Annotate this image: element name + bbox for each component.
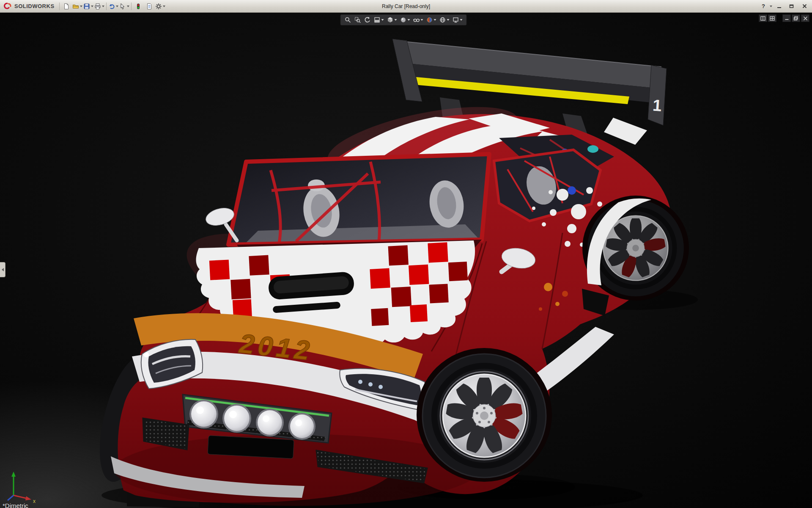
restore-icon xyxy=(789,4,794,8)
rear-right-wheel[interactable] xyxy=(582,196,689,301)
rally-car-model[interactable]: 1 xyxy=(0,13,812,508)
display-style-icon xyxy=(400,17,407,23)
doc-restore-button[interactable] xyxy=(792,14,800,22)
open-folder-icon xyxy=(72,3,79,10)
x-axis-arrow xyxy=(14,495,31,500)
x-axis-label: x xyxy=(33,498,36,504)
solidworks-window: SOLIDWORKS xyxy=(0,0,812,508)
zoom-to-fit-icon xyxy=(345,17,351,23)
document-window-controls xyxy=(759,14,809,22)
tile-view-button[interactable] xyxy=(768,14,776,22)
edit-appearance-dropdown-arrow[interactable] xyxy=(434,19,436,21)
apply-scene-globe-icon xyxy=(439,17,446,23)
y-axis-arrow xyxy=(11,472,16,495)
hide-show-glasses-icon xyxy=(413,17,420,23)
doc-close-button[interactable] xyxy=(801,14,809,22)
undo-icon xyxy=(108,3,115,10)
zoom-to-fit-button[interactable] xyxy=(343,16,353,24)
undo-button[interactable] xyxy=(108,1,119,11)
collapse-arrow-icon xyxy=(2,268,4,271)
minimize-button[interactable] xyxy=(773,2,785,11)
view-settings-icon xyxy=(453,17,459,23)
save-icon xyxy=(83,3,90,10)
display-style-button[interactable] xyxy=(399,16,411,24)
help-button[interactable]: ? xyxy=(759,2,768,11)
file-properties-button[interactable] xyxy=(144,1,155,11)
antenna-detail xyxy=(587,145,598,153)
save-button[interactable] xyxy=(83,1,94,11)
zoom-to-area-icon xyxy=(354,17,361,23)
view-settings-dropdown-arrow[interactable] xyxy=(460,19,463,21)
z-axis-arrow xyxy=(8,495,14,500)
edit-appearance-button[interactable] xyxy=(425,16,438,24)
close-icon xyxy=(802,4,807,8)
solidworks-logo: SOLIDWORKS xyxy=(2,2,58,11)
hide-show-items-button[interactable] xyxy=(412,16,425,24)
rebuild-button[interactable] xyxy=(133,1,144,11)
doc-restore-icon xyxy=(793,16,798,21)
options-button[interactable] xyxy=(155,1,166,11)
tile-view-icon xyxy=(770,16,775,21)
toolbar-separator xyxy=(131,3,132,10)
window-title: Rally Car [Read-only] xyxy=(382,3,430,9)
panel-flyout-arrow[interactable] xyxy=(0,262,5,277)
doc-minimize-button[interactable] xyxy=(782,14,791,22)
view-orientation-dropdown-arrow[interactable] xyxy=(395,19,397,21)
brand-text: SOLIDWORKS xyxy=(14,3,55,9)
open-button[interactable] xyxy=(72,1,83,11)
hide-show-dropdown-arrow[interactable] xyxy=(421,19,423,21)
wing-number: 1 xyxy=(652,96,662,114)
doc-close-icon xyxy=(803,16,808,21)
new-document-icon xyxy=(63,3,70,10)
previous-view-button[interactable] xyxy=(363,16,372,24)
minimize-icon xyxy=(777,4,782,8)
section-view-button[interactable] xyxy=(373,16,385,24)
graphics-viewport[interactable]: 1 xyxy=(0,13,812,508)
view-orientation-cube-icon xyxy=(387,17,394,23)
doc-minimize-icon xyxy=(785,16,789,20)
previous-view-icon xyxy=(364,17,371,23)
heads-up-view-toolbar xyxy=(340,14,467,25)
rebuild-icon xyxy=(135,3,142,10)
edit-appearance-ball-icon xyxy=(426,17,433,23)
toolbar-separator xyxy=(106,3,107,10)
open-dropdown-arrow[interactable] xyxy=(80,6,82,7)
options-gear-icon xyxy=(155,3,162,10)
apply-scene-button[interactable] xyxy=(438,16,451,24)
select-cursor-icon xyxy=(119,3,126,10)
split-view-button[interactable] xyxy=(759,14,767,22)
view-settings-button[interactable] xyxy=(451,16,464,24)
new-document-button[interactable] xyxy=(61,1,72,11)
file-properties-icon xyxy=(146,3,153,10)
undo-dropdown-arrow[interactable] xyxy=(116,6,118,7)
toolbar-separator xyxy=(59,3,60,10)
help-dropdown-arrow[interactable] xyxy=(770,6,772,7)
orientation-triad[interactable]: x xyxy=(3,468,40,505)
restore-button[interactable] xyxy=(786,2,798,11)
close-button[interactable] xyxy=(798,2,810,11)
front-right-wheel[interactable] xyxy=(417,348,552,482)
section-view-dropdown-arrow[interactable] xyxy=(381,19,384,21)
select-dropdown-arrow[interactable] xyxy=(127,6,129,7)
view-orientation-label: *Dimetric xyxy=(3,502,28,508)
solidworks-logo-mark xyxy=(3,2,13,11)
title-bar: SOLIDWORKS xyxy=(0,0,812,13)
print-button[interactable] xyxy=(94,1,105,11)
zoom-to-area-button[interactable] xyxy=(353,16,362,24)
display-style-dropdown-arrow[interactable] xyxy=(408,19,410,21)
split-view-icon xyxy=(760,16,765,21)
wing-endplate xyxy=(648,65,667,125)
select-button[interactable] xyxy=(119,1,130,11)
save-dropdown-arrow[interactable] xyxy=(91,6,93,7)
print-dropdown-arrow[interactable] xyxy=(102,6,104,7)
section-view-icon xyxy=(374,17,381,23)
print-icon xyxy=(94,3,101,10)
view-orientation-button[interactable] xyxy=(386,16,398,24)
options-dropdown-arrow[interactable] xyxy=(163,6,165,7)
apply-scene-dropdown-arrow[interactable] xyxy=(447,19,450,21)
